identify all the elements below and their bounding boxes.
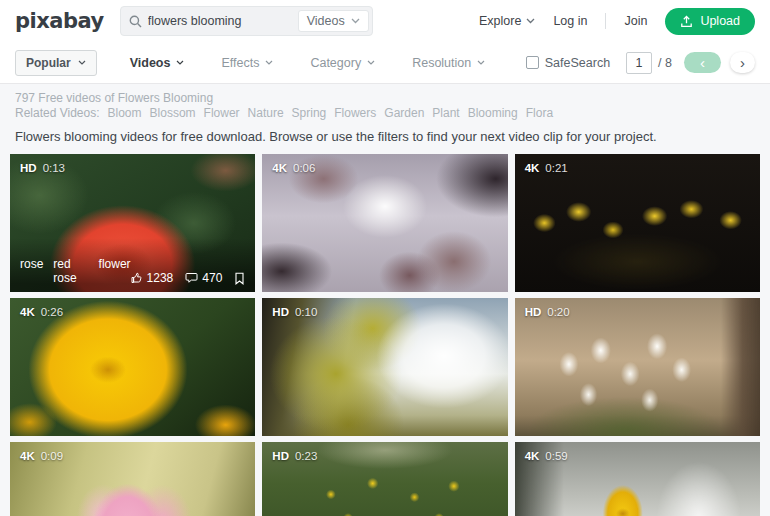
video-card-5[interactable]: HD 0:10 <box>262 298 507 436</box>
prev-page-button[interactable]: ‹ <box>684 52 721 73</box>
explore-menu[interactable]: Explore <box>479 14 535 28</box>
results-description: Flowers blooming videos for free downloa… <box>15 129 755 145</box>
video-duration: 0:06 <box>293 162 315 174</box>
header-nav: Explore Log in Join Upload <box>479 8 755 35</box>
results-count: 797 Free videos of Flowers Blooming <box>15 91 755 106</box>
top-header: pixabay Videos Explore Log in Join <box>0 0 770 42</box>
related-tag[interactable]: Flower <box>204 106 240 121</box>
video-badge: 4K 0:59 <box>525 450 568 462</box>
video-quality: HD <box>525 306 542 318</box>
results-area: 797 Free videos of Flowers Blooming Rela… <box>0 84 770 516</box>
page-total: / 8 <box>658 56 672 70</box>
next-page-button[interactable]: › <box>730 52 755 73</box>
video-thumbnail <box>10 298 255 436</box>
video-card-3[interactable]: 4K 0:21 <box>515 154 760 292</box>
thumbs-up-icon <box>131 272 143 284</box>
safesearch-checkbox[interactable] <box>526 56 539 69</box>
filter-effects[interactable]: Effects <box>221 56 273 70</box>
video-duration: 0:59 <box>545 450 567 462</box>
related-tag[interactable]: Blooming <box>468 106 518 121</box>
video-thumbnail <box>515 298 760 436</box>
safesearch-toggle[interactable]: SafeSearch <box>526 56 610 70</box>
video-card-1[interactable]: HD 0:13 rose red rose flower 1238 <box>10 154 255 292</box>
media-type-value: Videos <box>307 14 345 28</box>
search-bar[interactable]: Videos <box>120 6 373 36</box>
video-quality: 4K <box>20 450 35 462</box>
filter-bar-right: SafeSearch / 8 ‹ › <box>526 52 755 74</box>
join-label: Join <box>624 14 647 28</box>
search-input[interactable] <box>148 14 298 28</box>
filter-bar: Popular Videos Effects Category Resoluti… <box>0 42 770 84</box>
video-tag[interactable]: red rose <box>53 257 88 285</box>
join-link[interactable]: Join <box>624 14 647 28</box>
video-stats: 1238 470 <box>131 271 246 285</box>
video-card-6[interactable]: HD 0:20 <box>515 298 760 436</box>
media-type-select[interactable]: Videos <box>298 10 369 32</box>
comments-stat: 470 <box>185 271 222 285</box>
video-quality: HD <box>20 162 37 174</box>
video-tags: rose red rose flower <box>20 257 131 285</box>
explore-label: Explore <box>479 14 521 28</box>
filter-category-label: Category <box>310 56 361 70</box>
upload-button[interactable]: Upload <box>665 8 755 35</box>
search-icon <box>129 15 142 28</box>
video-duration: 0:23 <box>295 450 317 462</box>
video-badge: HD 0:13 <box>20 162 65 174</box>
video-quality: 4K <box>272 162 287 174</box>
video-badge: 4K 0:06 <box>272 162 315 174</box>
video-card-2[interactable]: 4K 0:06 <box>262 154 507 292</box>
chevron-down-icon <box>526 18 535 24</box>
video-card-4[interactable]: 4K 0:26 <box>10 298 255 436</box>
sort-dropdown[interactable]: Popular <box>15 50 97 76</box>
video-thumbnail <box>262 154 507 292</box>
filter-videos[interactable]: Videos <box>130 56 185 70</box>
login-link[interactable]: Log in <box>553 14 587 28</box>
filter-category[interactable]: Category <box>310 56 375 70</box>
video-card-7[interactable]: 4K 0:09 <box>10 442 255 516</box>
video-badge: 4K 0:21 <box>525 162 568 174</box>
related-tag[interactable]: Plant <box>432 106 459 121</box>
filter-resolution-label: Resolution <box>412 56 471 70</box>
chevron-down-icon <box>477 60 485 65</box>
video-badge: 4K 0:26 <box>20 306 63 318</box>
video-tag[interactable]: rose <box>20 257 43 285</box>
video-badge: HD 0:10 <box>272 306 317 318</box>
video-quality: HD <box>272 450 289 462</box>
chevron-down-icon <box>351 18 360 24</box>
bookmark-icon[interactable] <box>234 272 245 285</box>
nav-divider <box>605 13 606 29</box>
pixabay-logo[interactable]: pixabay <box>15 9 104 33</box>
video-tag[interactable]: flower <box>99 257 131 285</box>
login-label: Log in <box>553 14 587 28</box>
video-quality: 4K <box>525 162 540 174</box>
safesearch-label: SafeSearch <box>545 56 610 70</box>
filter-resolution[interactable]: Resolution <box>412 56 485 70</box>
related-tag[interactable]: Bloom <box>108 106 142 121</box>
comments-count: 470 <box>202 271 222 285</box>
related-tag[interactable]: Flowers <box>334 106 376 121</box>
chevron-down-icon <box>78 60 86 65</box>
video-duration: 0:21 <box>545 162 567 174</box>
comment-icon <box>185 272 198 284</box>
filter-links: Videos Effects Category Resolution <box>130 56 486 70</box>
related-tag[interactable]: Garden <box>384 106 424 121</box>
related-tag[interactable]: Blossom <box>150 106 196 121</box>
related-tag[interactable]: Flora <box>526 106 553 121</box>
upload-icon <box>680 15 693 28</box>
video-badge: HD 0:20 <box>525 306 570 318</box>
video-card-8[interactable]: HD 0:23 <box>262 442 507 516</box>
likes-count: 1238 <box>147 271 174 285</box>
page-number-input[interactable] <box>626 52 652 74</box>
filter-videos-label: Videos <box>130 56 171 70</box>
upload-label: Upload <box>700 14 740 28</box>
related-tag[interactable]: Spring <box>292 106 327 121</box>
chevron-down-icon <box>265 60 273 65</box>
related-tag[interactable]: Nature <box>248 106 284 121</box>
chevron-down-icon <box>176 60 184 65</box>
related-label: Related Videos: <box>15 106 100 121</box>
video-grid: HD 0:13 rose red rose flower 1238 <box>10 154 760 516</box>
video-card-9[interactable]: 4K 0:59 <box>515 442 760 516</box>
filter-effects-label: Effects <box>221 56 259 70</box>
video-badge: 4K 0:09 <box>20 450 63 462</box>
video-thumbnail <box>262 298 507 436</box>
